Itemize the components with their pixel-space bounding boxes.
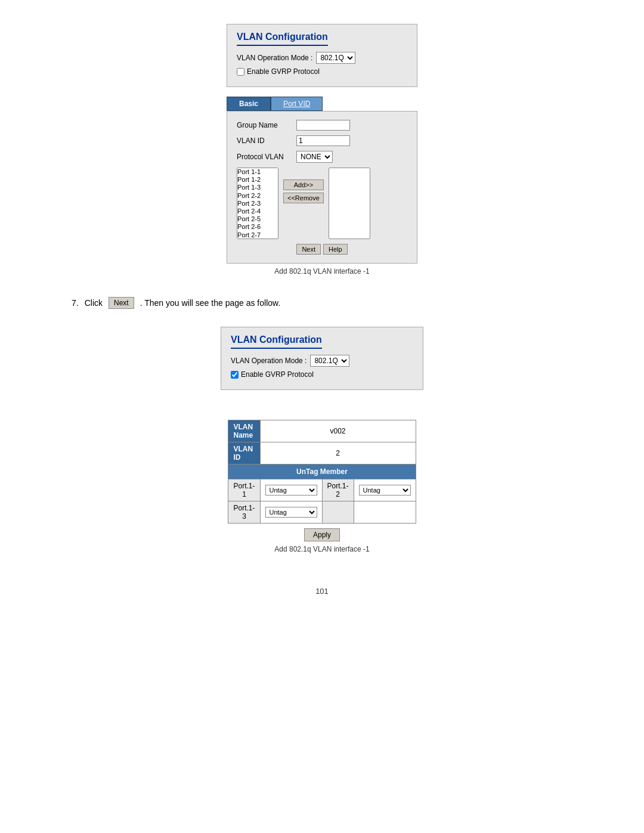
protocol-vlan-row: Protocol VLAN NONE: [237, 151, 407, 163]
vlan-id-row: VLAN ID 1: [237, 135, 407, 146]
port-row-2: Port.1-3 Untag Tag Not Member: [228, 501, 416, 524]
port-1-2-label: Port.1-2: [322, 479, 354, 501]
vlan-id-input[interactable]: 1: [296, 135, 350, 146]
vlan-title-2: VLAN Configuration: [231, 335, 322, 349]
vlan-id-value-table: 2: [260, 442, 416, 465]
form-panel-1: Group Name VLAN ID 1 Protocol VLAN NONE …: [227, 111, 417, 264]
port-empty-select-cell: [354, 501, 416, 524]
port-1-3-select-cell: Untag Tag Not Member: [260, 501, 322, 524]
port-1-1-select-cell: Untag Tag Not Member: [260, 479, 322, 501]
tab-basic-1[interactable]: Basic: [227, 97, 271, 111]
next-button-1[interactable]: Next: [296, 244, 321, 255]
port-1-2-select[interactable]: Untag Tag Not Member: [359, 485, 411, 496]
gvrp-label-1: Enable GVRP Protocol: [247, 67, 320, 76]
port-row-1: Port.1-1 Untag Tag Not Member Port.1-2 U…: [228, 479, 416, 501]
operation-mode-label-1: VLAN Operation Mode :: [237, 54, 312, 62]
vlan-title-1: VLAN Configuration: [237, 32, 328, 46]
step-number: 7.: [72, 298, 79, 308]
port-buttons: Add>> <<Remove: [283, 168, 324, 203]
vlan-name-header: VLAN Name: [228, 420, 260, 442]
add-button[interactable]: Add>>: [283, 179, 324, 190]
gvrp-checkbox-1[interactable]: [237, 68, 244, 76]
gvrp-label-2: Enable GVRP Protocol: [241, 370, 314, 379]
group-name-row: Group Name: [237, 120, 407, 131]
operation-mode-row-1: VLAN Operation Mode : 802.1Q: [237, 52, 407, 64]
port-1-1-label: Port.1-1: [228, 479, 260, 501]
step-suffix: . Then you will see the page as follow.: [140, 298, 281, 308]
tab-bar-1: Basic Port VID: [227, 97, 417, 111]
caption-1: Add 802.1q VLAN interface -1: [274, 267, 369, 275]
operation-mode-row-2: VLAN Operation Mode : 802.1Q: [231, 355, 413, 367]
vlan-name-value: v002: [260, 420, 416, 442]
gvrp-row-1: Enable GVRP Protocol: [237, 67, 407, 76]
gvrp-row-2: Enable GVRP Protocol: [231, 370, 413, 379]
group-name-input[interactable]: [296, 120, 350, 131]
apply-button[interactable]: Apply: [304, 528, 340, 541]
vlan-config-panel-1: VLAN Configuration VLAN Operation Mode :…: [227, 24, 417, 87]
port-1-3-label: Port.1-3: [228, 501, 260, 524]
port-1-3-select[interactable]: Untag Tag Not Member: [265, 507, 317, 518]
protocol-vlan-label: Protocol VLAN: [237, 153, 296, 161]
operation-mode-label-2: VLAN Operation Mode :: [231, 357, 306, 365]
gvrp-checkbox-2[interactable]: [231, 371, 239, 379]
next-button-inline[interactable]: Next: [109, 297, 134, 309]
port-area: Port 1-1 Port 1-2 Port 1-3 Port 2-2 Port…: [237, 168, 407, 239]
operation-mode-select-2[interactable]: 802.1Q: [310, 355, 349, 367]
port-1-1-select[interactable]: Untag Tag Not Member: [265, 485, 317, 496]
page-content: VLAN Configuration VLAN Operation Mode :…: [36, 24, 608, 596]
section-1: VLAN Configuration VLAN Operation Mode :…: [227, 24, 417, 285]
bottom-buttons-1: Next Help: [237, 244, 407, 255]
vlan-name-row: VLAN Name v002: [228, 420, 416, 442]
operation-mode-select-1[interactable]: 802.1Q: [316, 52, 355, 64]
tab-portvid-1[interactable]: Port VID: [271, 97, 323, 111]
remove-button[interactable]: <<Remove: [283, 193, 324, 203]
port-1-2-select-cell: Untag Tag Not Member: [354, 479, 416, 501]
vlan-id-header: VLAN ID: [228, 442, 260, 465]
step-7-row: 7. Click Next . Then you will see the pa…: [36, 297, 280, 309]
group-name-label: Group Name: [237, 121, 296, 129]
port-list-right[interactable]: [329, 168, 370, 239]
vlan-info-table: VLAN Name v002 VLAN ID 2 UnTag Member Po…: [228, 420, 416, 524]
vlan-config-panel-2: VLAN Configuration VLAN Operation Mode :…: [221, 327, 423, 390]
help-button-1[interactable]: Help: [323, 244, 348, 255]
untag-member-row: UnTag Member: [228, 465, 416, 479]
step-text: Click: [85, 298, 103, 308]
vlan-id-label: VLAN ID: [237, 137, 296, 145]
vlan-id-row-table: VLAN ID 2: [228, 442, 416, 465]
page-number: 101: [315, 587, 329, 596]
protocol-vlan-select[interactable]: NONE: [296, 151, 333, 163]
port-empty-label: [322, 501, 354, 524]
section-2: VLAN Configuration VLAN Operation Mode :…: [221, 327, 423, 563]
port-list-left[interactable]: Port 1-1 Port 1-2 Port 1-3 Port 2-2 Port…: [237, 168, 278, 239]
caption-2: Add 802.1q VLAN interface -1: [274, 545, 369, 553]
untag-member-header: UnTag Member: [228, 465, 416, 479]
